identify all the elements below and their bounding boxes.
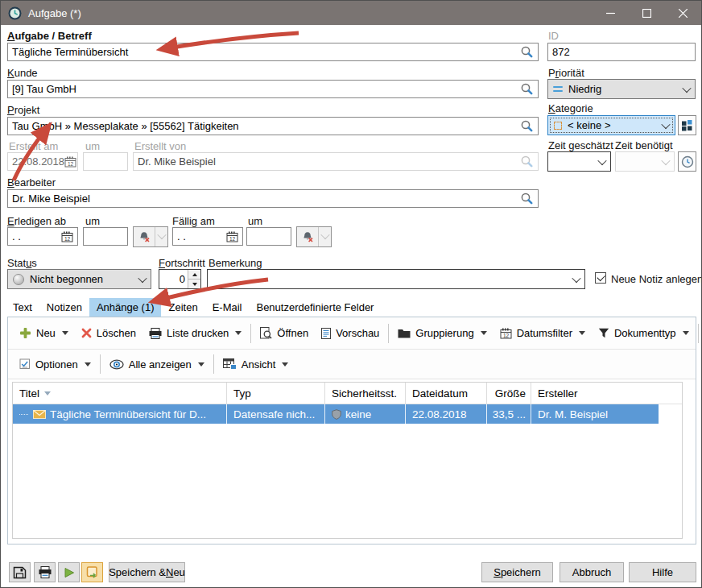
column-header-label: Ersteller [538,387,578,400]
id-field[interactable]: 872 [547,43,696,61]
calendar-icon[interactable]: 12 [226,231,238,242]
gruppierung-label: Gruppierung [415,327,473,339]
check-icon [597,273,605,281]
kunde-field[interactable]: [9] Tau GmbH [7,80,539,98]
column-header-label: Sicherheitsst. [332,387,397,400]
aufgabe-field[interactable]: Tägliche Terminübersicht [7,43,539,61]
tab-benutzerdefinierte-felder[interactable]: Benutzerdefinierte Felder [249,298,381,317]
um3-field[interactable] [246,227,291,246]
datumsfilter-label: Datumsfilter [517,327,572,339]
attachment-row-selected[interactable]: Tägliche Terminübersicht für D... Datens… [13,404,659,424]
column-header-groesse[interactable]: Größe [487,383,531,404]
optionen-button[interactable]: Optionen [13,354,97,375]
zeit-clock-button[interactable] [678,151,696,172]
attachments-toolbar: Neu Löschen Liste drucken Öffnen Vorscha… [8,317,696,350]
minimize-icon [606,9,615,18]
column-header-typ[interactable]: Typ [227,383,325,404]
speichern-und-neu-button[interactable]: Speichern & Neu [109,562,185,582]
zeit-geschaetzt-label: Zeit geschätzt [548,139,613,151]
column-header-ersteller[interactable]: Ersteller [531,383,658,404]
row-groesse: 33,5 ... [493,408,526,420]
table-view-icon [223,358,237,370]
hilfe-button[interactable]: Hilfe [629,562,696,582]
close-icon [679,9,688,18]
close-button[interactable] [665,1,701,25]
projekt-field[interactable]: Tau GmbH » Messeplakate » [55562] Tätigk… [7,117,539,135]
fortschritt-label: Fortschritt [159,257,205,269]
print-icon-button[interactable] [34,562,56,582]
loeschen-button[interactable]: Löschen [75,323,142,344]
svg-text:12: 12 [229,235,236,241]
tab-zeiten[interactable]: Zeiten [161,298,204,317]
search-icon[interactable] [520,82,534,96]
dropdown-arrow-icon[interactable] [198,362,204,366]
gruppierung-button[interactable]: Gruppierung [391,323,493,344]
bearbeiter-field[interactable]: Dr. Mike Beispiel [7,189,539,208]
tree-expander[interactable] [19,414,28,415]
dropdown-arrow-icon[interactable] [579,331,585,335]
dokumenttyp-button[interactable]: Dokumenttyp [592,323,696,344]
column-header-titel[interactable]: Titel [13,383,227,404]
erledigen-ab-field[interactable]: . . 12 [7,227,78,246]
toolbar-separator [388,324,389,343]
column-header-label: Dateidatum [412,387,468,400]
abbruch-button[interactable]: Abbruch [560,562,624,582]
kategorie-picker-button[interactable] [678,115,696,135]
calendar-icon: 12 [64,156,76,168]
search-icon[interactable] [520,119,534,133]
fortschritt-spinner[interactable]: 0 [159,269,201,289]
dropdown-arrow-icon[interactable] [85,362,91,366]
open-preview-icon [260,327,272,339]
ansicht-button[interactable]: Ansicht [217,354,295,375]
neu-button[interactable]: Neu [13,323,75,344]
dropdown-arrow-icon[interactable] [683,331,689,335]
tab-anhaenge[interactable]: Anhänge (1) [89,298,162,317]
run-icon-button[interactable] [58,562,80,582]
tab-text[interactable]: Text [6,298,39,317]
maximize-button[interactable] [629,1,665,25]
tab-notizen[interactable]: Notizen [39,298,89,317]
search-icon[interactable] [520,192,534,205]
column-header-dateidatum[interactable]: Dateidatum [406,383,487,404]
dropdown-arrow-icon[interactable] [318,227,331,246]
save-icon-button[interactable] [9,562,31,582]
dropdown-arrow-icon[interactable] [62,331,68,335]
calendar-icon[interactable]: 12 [61,231,73,242]
kategorie-dropdown[interactable]: < keine > [547,115,675,135]
vorschau-button[interactable]: Vorschau [315,323,386,344]
faellig-reminder-button[interactable] [296,226,332,247]
spin-up-button[interactable] [188,270,200,280]
liste-drucken-button[interactable]: Liste drucken [142,323,248,344]
shield-icon [332,409,341,420]
neue-notiz-checkbox[interactable] [595,272,606,284]
prioritaet-label: Priorität [548,67,584,79]
erledigen-ab-label: Erledigen ab [7,215,66,227]
prioritaet-dropdown[interactable]: Niedrig [547,79,696,99]
speichern-button[interactable]: Speichern [481,562,553,582]
faellig-am-field[interactable]: . . 12 [172,227,243,246]
column-header-sicherheitsst[interactable]: Sicherheitsst. [325,383,406,404]
dropdown-arrow-icon[interactable] [282,362,288,366]
plus-icon [19,327,31,339]
erledigen-reminder-button[interactable] [133,226,168,247]
document-preview-icon [321,328,331,339]
alle-anzeigen-button[interactable]: Alle anzeigen [103,354,211,375]
row-typ: Datensafe nich... [233,408,315,420]
tab-email[interactable]: E-Mail [205,298,250,317]
um2-field[interactable] [83,227,128,246]
export-image-icon [86,566,99,578]
spin-down-button[interactable] [188,280,200,288]
dropdown-arrow-icon[interactable] [481,331,487,335]
minimize-button[interactable] [593,1,629,25]
status-dropdown[interactable]: Nicht begonnen [7,269,151,289]
dropdown-arrow-icon[interactable] [155,227,167,246]
oeffnen-button[interactable]: Öffnen [254,323,315,344]
datumsfilter-button[interactable]: 12 Datumsfilter [493,323,592,344]
export-icon-button[interactable] [81,562,103,582]
bemerkung-combobox[interactable] [207,269,585,289]
dropdown-arrow-icon[interactable] [235,331,242,335]
zeit-geschaetzt-dropdown[interactable] [547,151,611,172]
bell-off-icon [297,227,318,246]
search-icon[interactable] [520,45,534,59]
prioritaet-value: Niedrig [568,83,601,95]
